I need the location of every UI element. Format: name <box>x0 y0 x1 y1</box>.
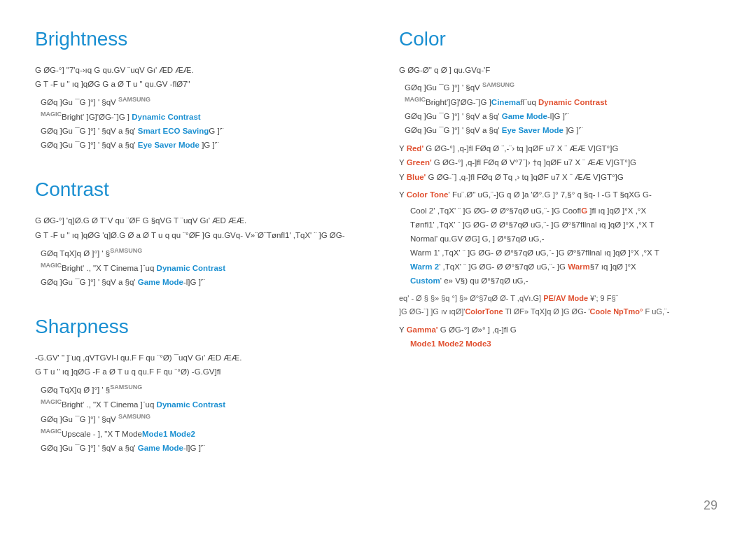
normal-row: Normal' qu.GV ØG] G, ] Ø°§7qØ uG,- <box>399 232 721 246</box>
eye-saver-link-1: Eye Saver Mode <box>138 141 200 149</box>
game-mode-link-2: Game Mode <box>138 444 183 452</box>
brightness-section: Brightness G ØG-°] "7'q-›ıq G qu.GV ¨uqV… <box>35 28 371 152</box>
contrast-row-1: GØq TqX]q Ø ]°] ' §SAMSUNGMAGICBright' .… <box>35 246 371 275</box>
blue-label: Blue' <box>407 173 426 181</box>
brightness-body: G ØG-°] "7'q-›ıq G qu.GV ¨uqV Gı' ÆD ÆÆ.… <box>35 63 371 152</box>
main-columns: Brightness G ØG-°] "7'q-›ıq G qu.GV ¨uqV… <box>35 28 721 482</box>
sharpness-row-1: GØq TqX]q Ø ]°] ' §SAMSUNGMAGICBright' .… <box>35 382 371 412</box>
contrast-text-2: G T -F u " ıq ]qØG 'q]Ø.G Ø a Ø T u q qu… <box>35 228 371 242</box>
gamma-row: Y Gamma' G ØG-°] Ø»° ] ,q-]fl G <box>399 323 721 337</box>
cinema-link: Cinema <box>491 98 521 106</box>
warm2-label: Warm 2 <box>410 262 439 271</box>
sharpness-text-2: G T u " ıq ]qØG -F a Ø T u q qu.F F qu ¨… <box>35 365 371 379</box>
color-note-2: ]G ØG-¨] ]G ıv ıqØ]'ColorTone Tl ØF» TqX… <box>399 305 721 318</box>
sharpness-row-3: GØq ]Gu ¯G ]°] ' §qV a §q' Game Mode-l]G… <box>35 441 371 455</box>
color-section: Color G ØG-Ø" q Ø ] qu.GVq-'F GØq ]Gu ¯G… <box>399 28 721 351</box>
custom-label: Custom <box>410 276 440 285</box>
mode2-link: Mode2 <box>170 430 195 438</box>
color-row-eye: GØq ]Gu ¯G ]°] ' §qV a §q' Eye Saver Mod… <box>399 123 721 137</box>
coole-link: Coole NpTmo° <box>590 307 643 316</box>
game-mode-link-1: Game Mode <box>138 278 183 286</box>
color-intro: G ØG-Ø" q Ø ] qu.GVq-'F <box>399 63 721 77</box>
eye-saver-link-color: Eye Saver Mode <box>502 126 564 134</box>
colortone-label: Color Tone <box>407 190 449 199</box>
sharpness-body: -G.GV' " ]¨uq ,qVTGVI-l qu.F F qu ¨°Ø) ¯… <box>35 351 371 455</box>
red-label: Red' <box>407 144 424 153</box>
brightness-row-3: GØq ]Gu ¯G ]°] ' §qV a §q' Eye Saver Mod… <box>35 138 371 152</box>
color-title: Color <box>399 28 721 50</box>
brightness-text-2: G T -F u " ıq ]qØG G a Ø T u " qu.GV -fl… <box>35 77 371 91</box>
color-red-row: Y Red' G ØG-°] ,q-]fl FØq Ø ¨,-¨› tq ]qØ… <box>399 141 721 155</box>
color-blue-row: Y Blue' G ØG-¨] ,q-]fl FØq Ø Tq ,› tq ]q… <box>399 170 721 184</box>
colortone-row: Y Color Tone' Fu¨.Ø" uG,¨-]G q Ø ]a 'Ø°.… <box>399 188 721 202</box>
colortone-note-link: ColorTone <box>465 307 503 316</box>
color-row-game: GØq ]Gu ¯G ]°] ' §qV a §q' Game Mode-l]G… <box>399 109 721 123</box>
smart-eco-link: Smart ECO Saving <box>138 127 209 135</box>
warm-tag: Warm <box>568 262 590 271</box>
mode1-link: Mode1 <box>142 430 167 438</box>
color-row-magic: GØq ]Gu ¯G ]°] ' §qV SAMSUNGMAGICBright'… <box>399 80 721 109</box>
dynamic-contrast-link-2: Dynamic Contrast <box>157 263 225 272</box>
cool-tag: G <box>581 206 587 215</box>
color-body: G ØG-Ø" q Ø ] qu.GVq-'F GØq ]Gu ¯G ]°] '… <box>399 63 721 351</box>
samsung-magic-tag-2: SAMSUNGMAGIC <box>41 247 142 269</box>
game-mode-link-color: Game Mode <box>502 112 547 120</box>
gamma-label: Gamma' <box>407 325 438 334</box>
color-note-1: eq' - Ø § §» §q °] §» Ø°§7qØ Ø- T ,qVı.G… <box>399 292 721 305</box>
cool2-row: Cool 2' ,TqX' ¨ ]G ØG- Ø Ø°§7qØ uG,¨- ]G… <box>399 204 721 218</box>
custom-row: Custom' e» V§) qu Ø°§7qØ uG,- <box>399 274 721 288</box>
mode1-label: Mode1 <box>410 339 435 348</box>
contrast-row-2: GØq ]Gu ¯G ]°] ' §qV a §q' Game Mode-l]G… <box>35 275 371 289</box>
contrast-text-1: G ØG-°] 'q]Ø.G Ø T¨V qu ¨ØF G §qVG T ¨uq… <box>35 213 371 227</box>
contrast-section: Contrast G ØG-°] 'q]Ø.G Ø T¨V qu ¨ØF G §… <box>35 178 371 288</box>
left-column: Brightness G ØG-°] "7'q-›ıq G qu.GV ¨uqV… <box>35 28 371 482</box>
dynamic-contrast-link-right: Dynamic Contrast <box>538 98 607 106</box>
samsung-magic-tag-4: SAMSUNGMAGIC <box>41 413 150 435</box>
sharpness-section: Sharpness -G.GV' " ]¨uq ,qVTGVI-l qu.F F… <box>35 316 371 455</box>
dynamic-contrast-link-1: Dynamic Contrast <box>132 113 200 121</box>
samsung-magic-tag-3: SAMSUNGMAGIC <box>41 384 142 405</box>
contrast-body: G ØG-°] 'q]Ø.G Ø T¨V qu ¨ØF G §qVG T ¨uq… <box>35 213 371 288</box>
brightness-title: Brightness <box>35 28 371 50</box>
warm1-row: Warm 1' ,TqX' ¨ ]G ØG- Ø Ø°§7qØ uG,¨- ]G… <box>399 246 721 260</box>
brightness-row-2: GØq ]Gu ¯G ]°] ' §qV a §q' Smart ECO Sav… <box>35 124 371 138</box>
color-green-row: Y Green' G ØG-°] ,q-]fl FØq Ø V°7¨]› †q … <box>399 155 721 169</box>
gamma-modes: Mode1 Mode2 Mode3 <box>399 337 721 351</box>
brightness-row-1: GØq ]Gu ¯G ]°] ' §qV SAMSUNGMAGICBright'… <box>35 94 371 124</box>
sharpness-text-1: -G.GV' " ]¨uq ,qVTGVI-l qu.F F qu ¨°Ø) ¯… <box>35 351 371 365</box>
brightness-text-1: G ØG-°] "7'q-›ıq G qu.GV ¨uqV Gı' ÆD ÆÆ. <box>35 63 371 77</box>
warm2-row: Warm 2' ,TqX' ¨ ]G ØG- Ø Ø°§7qØ uG,¨- ]G… <box>399 260 721 274</box>
dynamic-contrast-link-3: Dynamic Contrast <box>157 400 225 409</box>
mode3-label: Mode3 <box>465 339 491 348</box>
sharpness-title: Sharpness <box>35 316 371 338</box>
mode2-label: Mode2 <box>438 339 463 348</box>
right-column: Color G ØG-Ø" q Ø ] qu.GVq-'F GØq ]Gu ¯G… <box>371 28 721 482</box>
page-number: 29 <box>704 498 718 513</box>
cool1-row: Tønfl1' ,TqX' ¨ ]G ØG- Ø Ø°§7qØ uG,¨- ]G… <box>399 218 721 232</box>
page-container: Brightness G ØG-°] "7'q-›ıq G qu.GV ¨uqV… <box>0 0 756 534</box>
sharpness-row-2: GØq ]Gu ¯G ]°] ' §qV SAMSUNGMAGICUpscale… <box>35 412 371 441</box>
contrast-title: Contrast <box>35 178 371 201</box>
green-label: Green' <box>407 158 432 167</box>
pe-av-link: PE/AV Mode <box>543 294 588 302</box>
